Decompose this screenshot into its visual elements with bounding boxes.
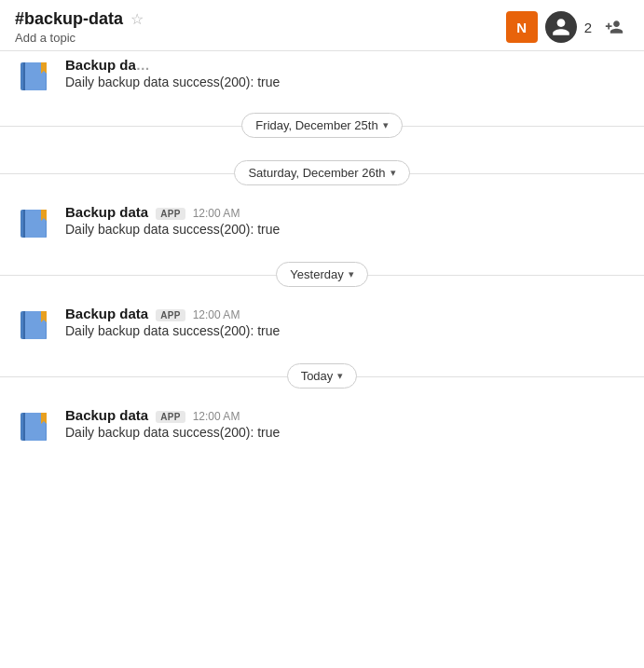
avatar-n: N	[506, 11, 538, 43]
date-separator-dec26: Saturday, December 26th ▾	[0, 149, 644, 197]
channel-name: #backup-data	[15, 9, 123, 29]
avatar-person	[545, 11, 577, 43]
message-sender: Backup da…	[65, 57, 150, 73]
chevron-down-icon: ▾	[349, 268, 354, 280]
message-time: 12:00 AM	[193, 410, 240, 423]
date-pill-today[interactable]: Today ▾	[287, 363, 358, 389]
svg-rect-8	[23, 210, 25, 238]
list-item: Backup da… Daily backup data success(200…	[0, 51, 644, 102]
date-label-dec26: Saturday, December 26th	[248, 166, 385, 180]
message-content: Backup data APP 12:00 AM Daily backup da…	[65, 306, 280, 338]
date-pill-dec25[interactable]: Friday, December 25th ▾	[241, 113, 402, 138]
partial-message-content: Backup da… Daily backup data success(200…	[65, 57, 280, 89]
date-pill-yesterday[interactable]: Yesterday ▾	[276, 262, 367, 287]
app-badge: APP	[156, 208, 185, 220]
member-count: 2	[584, 20, 592, 35]
header-left: #backup-data ☆ Add a topic	[15, 9, 144, 45]
svg-rect-18	[23, 413, 25, 441]
app-badge: APP	[156, 411, 185, 423]
list-item: Backup data APP 12:00 AM Daily backup da…	[0, 400, 644, 454]
date-pill-dec26[interactable]: Saturday, December 26th ▾	[234, 160, 409, 185]
message-content: Backup data APP 12:00 AM Daily backup da…	[65, 204, 280, 237]
message-body: Daily backup data success(200): true	[65, 425, 280, 440]
message-sender: Backup data	[65, 407, 148, 423]
message-sender: Backup data	[65, 204, 148, 220]
chevron-down-icon: ▾	[383, 119, 389, 131]
message-time: 12:00 AM	[193, 308, 240, 321]
chevron-down-icon: ▾	[337, 370, 343, 382]
add-member-button[interactable]	[599, 12, 629, 42]
star-icon[interactable]: ☆	[130, 10, 144, 28]
message-header: Backup data APP 12:00 AM	[65, 204, 280, 220]
message-header: Backup da…	[65, 57, 280, 73]
chevron-down-icon: ▾	[391, 167, 396, 179]
channel-title: #backup-data ☆	[15, 9, 144, 29]
app-icon	[15, 204, 54, 243]
header-right: N 2	[506, 11, 629, 43]
date-label-today: Today	[301, 369, 334, 383]
list-item: Backup data APP 12:00 AM Daily backup da…	[0, 298, 644, 352]
message-header: Backup data APP 12:00 AM	[65, 407, 280, 423]
date-separator-today: Today ▾	[0, 352, 644, 400]
message-content: Backup data APP 12:00 AM Daily backup da…	[65, 407, 280, 440]
svg-rect-13	[23, 311, 25, 339]
add-topic-link[interactable]: Add a topic	[15, 31, 144, 45]
app-icon	[15, 407, 54, 446]
message-sender: Backup data	[65, 306, 148, 321]
date-separator-yesterday: Yesterday ▾	[0, 251, 644, 298]
message-list: Backup da… Daily backup data success(200…	[0, 51, 644, 454]
date-separator-dec25: Friday, December 25th ▾	[0, 102, 644, 149]
message-time: 12:00 AM	[193, 207, 240, 220]
svg-rect-3	[23, 62, 25, 90]
date-label-dec25: Friday, December 25th	[255, 118, 377, 132]
app-icon	[15, 306, 54, 345]
message-body: Daily backup data success(200): true	[65, 323, 280, 338]
app-icon	[15, 57, 54, 96]
app-badge: APP	[156, 309, 185, 321]
message-body: Daily backup data success(200): true	[65, 222, 280, 237]
list-item: Backup data APP 12:00 AM Daily backup da…	[0, 197, 644, 251]
channel-header: #backup-data ☆ Add a topic N 2	[0, 0, 644, 51]
message-header: Backup data APP 12:00 AM	[65, 306, 280, 321]
message-body: Daily backup data success(200): true	[65, 75, 280, 89]
date-label-yesterday: Yesterday	[290, 267, 343, 281]
